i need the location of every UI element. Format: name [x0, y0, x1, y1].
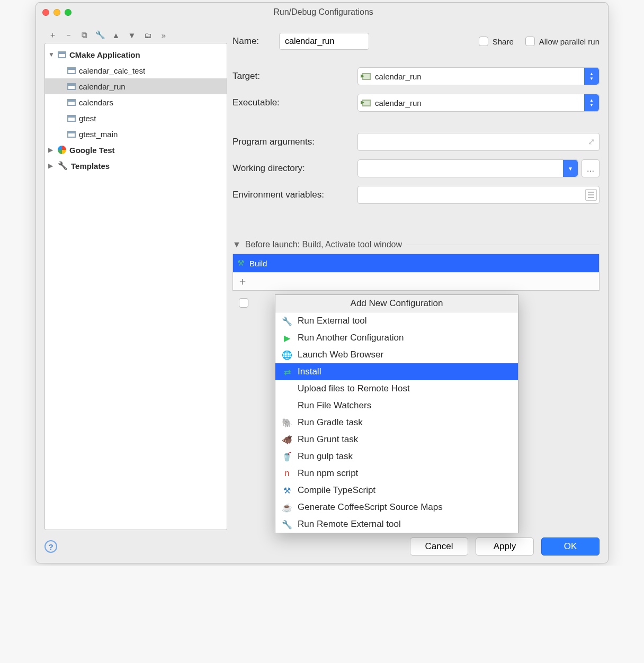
tree-item-calendars[interactable]: calendars — [45, 94, 227, 110]
item-icon: 🌐 — [282, 350, 292, 360]
app-icon — [58, 51, 66, 58]
name-input[interactable] — [279, 33, 369, 50]
popup-item[interactable]: nRun npm script — [275, 465, 518, 482]
tree-item-calendar_run[interactable]: calendar_run — [45, 78, 227, 94]
tree-item-gtest_main[interactable]: gtest_main — [45, 126, 227, 142]
tree-item-calendar_calc_test[interactable]: calendar_calc_test — [45, 62, 227, 78]
popup-item[interactable]: 🔧Run Remote External tool — [275, 516, 518, 533]
remove-icon[interactable]: － — [62, 29, 74, 41]
show-page-checkbox[interactable] — [239, 298, 248, 308]
item-icon: n — [282, 469, 292, 478]
popup-item[interactable]: 🐗Run Grunt task — [275, 431, 518, 448]
close-icon[interactable] — [42, 9, 49, 16]
up-icon[interactable]: ▲ — [110, 29, 122, 41]
popup-item[interactable]: 🔧Run External tool — [275, 312, 518, 329]
more-icon[interactable]: » — [158, 29, 169, 41]
app-icon — [67, 83, 76, 90]
config-tree[interactable]: ▼ CMake Application calendar_calc_testca… — [44, 43, 227, 530]
chevron-updown-icon: ▲▼ — [584, 94, 599, 111]
popup-item[interactable]: Upload files to Remote Host — [275, 380, 518, 397]
env-input[interactable] — [357, 186, 600, 204]
item-icon: 🐘 — [282, 418, 292, 428]
config-toolbar: ＋ － ⧉ 🔧 ▲ ▼ 🗂 » — [44, 27, 227, 43]
before-launch-item[interactable]: Build — [233, 254, 599, 272]
popup-item[interactable]: ⇄Install — [275, 363, 518, 380]
app-icon — [67, 67, 76, 74]
tree-cmake[interactable]: ▼ CMake Application — [45, 47, 227, 62]
args-label: Program arguments: — [232, 137, 357, 147]
zoom-icon[interactable] — [65, 9, 71, 16]
item-icon: ▶ — [282, 333, 292, 343]
apply-button[interactable]: Apply — [476, 537, 534, 556]
tree-templates[interactable]: ▶ Templates — [45, 158, 227, 174]
args-input[interactable]: ⤢ — [357, 133, 600, 151]
item-icon: 🔧 — [282, 316, 292, 326]
chevron-down-icon: ▼ — [563, 160, 578, 177]
app-icon — [67, 99, 76, 106]
popup-item[interactable]: 🐘Run Gradle task — [275, 414, 518, 431]
popup-item[interactable]: 🥤Run gulp task — [275, 448, 518, 465]
target-label: Target: — [232, 71, 357, 82]
wd-label: Working directory: — [232, 163, 357, 174]
down-icon[interactable]: ▼ — [126, 29, 138, 41]
popup-item[interactable]: Run File Watchers — [275, 397, 518, 414]
wd-dropdown[interactable]: ▼ — [357, 159, 578, 177]
popup-item[interactable]: ☕Generate CoffeeScript Source Maps — [275, 499, 518, 516]
add-config-popup: Add New Configuration 🔧Run External tool… — [275, 294, 518, 533]
share-label: Share — [493, 37, 514, 46]
expand-icon[interactable]: ⤢ — [588, 137, 595, 147]
chevron-down-icon[interactable]: ▼ — [232, 240, 241, 249]
item-icon: ⇄ — [282, 367, 292, 377]
before-launch-list: Build ＋ — [232, 254, 600, 291]
target-icon — [362, 73, 371, 80]
item-icon: 🐗 — [282, 435, 292, 445]
item-icon: ⚒ — [282, 486, 292, 496]
browse-button[interactable]: … — [582, 159, 600, 177]
allow-parallel-checkbox[interactable] — [525, 37, 535, 46]
exec-dropdown[interactable]: calendar_run ▲▼ — [357, 94, 600, 112]
tree-googletest[interactable]: ▶ Google Test — [45, 142, 227, 158]
env-label: Environment variables: — [232, 190, 357, 200]
help-button[interactable]: ? — [44, 540, 57, 553]
item-icon: ☕ — [282, 503, 292, 513]
exec-label: Executable: — [232, 97, 357, 108]
edit-icon[interactable]: 🔧 — [94, 29, 106, 41]
target-dropdown[interactable]: calendar_run ▲▼ — [357, 67, 600, 85]
add-icon[interactable]: ＋ — [47, 29, 58, 41]
gtest-icon — [58, 146, 66, 154]
ok-button[interactable]: OK — [541, 537, 600, 556]
wrench-icon — [58, 161, 68, 171]
share-checkbox[interactable] — [479, 37, 488, 46]
copy-icon[interactable]: ⧉ — [78, 29, 90, 41]
popup-item[interactable]: 🌐Launch Web Browser — [275, 346, 518, 363]
folder-icon[interactable]: 🗂 — [142, 29, 154, 41]
hammer-icon — [237, 258, 244, 268]
app-icon — [67, 115, 76, 122]
before-launch-toolbar: ＋ — [233, 272, 599, 290]
chevron-updown-icon: ▲▼ — [584, 68, 599, 85]
divider — [406, 245, 600, 245]
allow-parallel-label: Allow parallel run — [539, 37, 600, 46]
popup-title: Add New Configuration — [275, 295, 518, 312]
name-label: Name: — [232, 36, 279, 47]
target-icon — [362, 100, 371, 106]
item-icon: 🥤 — [282, 452, 292, 462]
before-launch-title: Before launch: Build, Activate tool wind… — [245, 240, 402, 249]
minimize-icon[interactable] — [53, 9, 60, 16]
cancel-button[interactable]: Cancel — [410, 537, 468, 556]
window-title: Run/Debug Configurations — [71, 7, 602, 17]
app-icon — [67, 131, 76, 138]
popup-item[interactable]: ▶Run Another Configuration — [275, 329, 518, 346]
add-before-launch-button[interactable]: ＋ — [237, 274, 248, 289]
list-icon[interactable] — [585, 189, 597, 201]
tree-item-gtest[interactable]: gtest — [45, 110, 227, 126]
popup-item[interactable]: ⚒Compile TypeScript — [275, 482, 518, 499]
titlebar: Run/Debug Configurations — [36, 3, 608, 22]
item-icon: 🔧 — [282, 519, 292, 530]
